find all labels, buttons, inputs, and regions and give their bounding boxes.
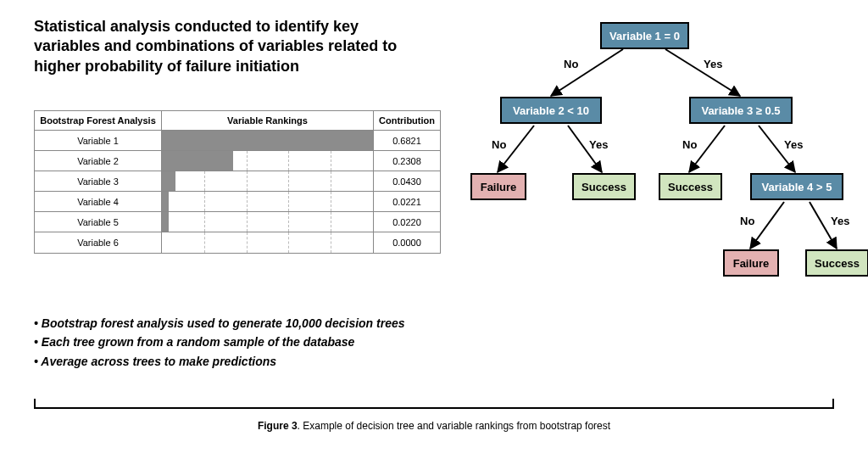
header-rankings: Variable Rankings: [162, 111, 374, 130]
table-row: Variable 30.0430: [35, 171, 440, 192]
row-variable-name: Variable 5: [35, 212, 162, 232]
table-row: Variable 60.0000: [35, 232, 440, 253]
tree-node-var3: Variable 3 ≥ 0.5: [689, 97, 793, 124]
row-variable-name: Variable 6: [35, 232, 162, 253]
table-header-row: Bootstrap Forest Analysis Variable Ranki…: [35, 111, 440, 131]
svg-line-6: [750, 202, 784, 249]
contribution-bar: [162, 171, 175, 191]
rankings-table: Bootstrap Forest Analysis Variable Ranki…: [34, 110, 441, 254]
tree-node-success-3: Success: [805, 249, 868, 277]
row-variable-name: Variable 2: [35, 151, 162, 171]
row-bar-cell: [162, 171, 374, 191]
svg-line-0: [551, 49, 623, 96]
decision-tree: Variable 1 = 0 Variable 2 < 10 Variable …: [470, 15, 852, 355]
svg-line-1: [665, 49, 740, 96]
edge-yes: Yes: [831, 215, 849, 227]
caption-lead: Figure 3: [258, 420, 298, 432]
table-row: Variable 20.2308: [35, 151, 440, 171]
bullet-item: Each tree grown from a random sample of …: [34, 333, 500, 351]
figure-caption: Figure 3. Example of decision tree and v…: [0, 420, 868, 432]
header-analysis: Bootstrap Forest Analysis: [35, 111, 162, 130]
edge-yes: Yes: [784, 138, 803, 151]
row-contribution-value: 0.0000: [374, 232, 440, 253]
contribution-bar: [162, 131, 373, 150]
row-bar-cell: [162, 232, 374, 253]
tree-node-failure-left: Failure: [470, 173, 526, 200]
contribution-bar: [162, 192, 169, 211]
caption-bracket: [34, 399, 834, 409]
table-row: Variable 50.0220: [35, 212, 440, 232]
row-variable-name: Variable 3: [35, 171, 162, 191]
edge-no: No: [682, 138, 697, 151]
caption-rest: . Example of decision tree and variable …: [298, 420, 611, 432]
header-contribution: Contribution: [374, 111, 440, 130]
tree-node-var4: Variable 4 > 5: [750, 173, 843, 200]
edge-yes: Yes: [589, 138, 608, 151]
edge-yes: Yes: [704, 58, 722, 70]
row-bar-cell: [162, 192, 374, 211]
row-bar-cell: [162, 151, 374, 171]
table-row: Variable 40.0221: [35, 192, 440, 212]
row-variable-name: Variable 4: [35, 192, 162, 211]
tree-node-root: Variable 1 = 0: [600, 22, 689, 49]
tree-node-success-1: Success: [572, 173, 636, 200]
page-title: Statistical analysis conducted to identi…: [34, 17, 424, 76]
edge-no: No: [492, 138, 506, 151]
row-bar-cell: [162, 212, 374, 232]
row-contribution-value: 0.0220: [374, 212, 440, 232]
edge-no: No: [564, 58, 578, 70]
row-variable-name: Variable 1: [35, 131, 162, 150]
edge-no: No: [740, 215, 754, 227]
tree-node-success-2: Success: [659, 173, 722, 200]
row-contribution-value: 0.0430: [374, 171, 440, 191]
contribution-bar: [162, 212, 169, 232]
row-contribution-value: 0.2308: [374, 151, 440, 171]
bullet-item: Bootstrap forest analysis used to genera…: [34, 314, 500, 333]
row-bar-cell: [162, 131, 374, 150]
tree-node-failure-right: Failure: [723, 249, 779, 277]
row-contribution-value: 0.6821: [374, 131, 440, 150]
row-contribution-value: 0.0221: [374, 192, 440, 211]
tree-node-var2: Variable 2 < 10: [500, 97, 602, 124]
bullet-list: Bootstrap forest analysis used to genera…: [34, 314, 500, 371]
bullet-item: Average across trees to make predictions: [34, 352, 500, 371]
contribution-bar: [162, 151, 233, 171]
table-row: Variable 10.6821: [35, 131, 440, 151]
